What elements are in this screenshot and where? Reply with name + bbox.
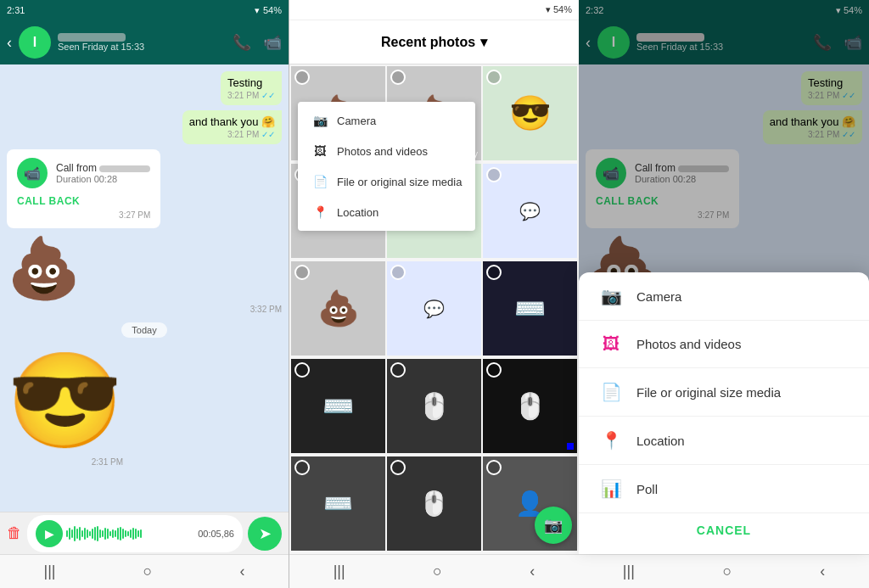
- right-panel: 2:32 ▾ 54% ‹ I Seen Friday at 15:33 📞 📹: [579, 0, 869, 588]
- attach-popup-sheet: 📷 Camera 🖼 Photos and videos 📄 File or o…: [579, 272, 869, 554]
- photo-cell-7[interactable]: 💬: [387, 261, 481, 356]
- menu-label-file: File or original size media: [337, 176, 462, 188]
- play-voice-button[interactable]: ▶: [36, 520, 63, 547]
- call-duration: Duration 00:28: [56, 174, 150, 184]
- status-bar-left: 2:31 ▾ 54%: [0, 0, 289, 20]
- photos-header: Recent photos ▾: [289, 20, 579, 64]
- popup-location-icon: 📍: [599, 430, 623, 451]
- wifi-icon: ▾: [255, 5, 260, 16]
- menu-label-location: Location: [337, 206, 378, 219]
- nav-recent-right[interactable]: ‹: [820, 563, 825, 580]
- popup-camera-label: Camera: [636, 289, 681, 304]
- photo-cell-13[interactable]: 🖱️: [387, 456, 481, 551]
- voice-duration: 00:05,86: [198, 529, 234, 539]
- menu-label-camera: Camera: [337, 115, 376, 127]
- msg-out-testing: Testing 3:21 PM ✓✓: [221, 71, 282, 105]
- popup-location-label: Location: [636, 434, 685, 448]
- nav-bar-middle: ||| ○ ‹: [289, 554, 579, 588]
- photo-cell-5[interactable]: 💬: [483, 164, 577, 258]
- status-bar-middle: ▾ 54%: [289, 0, 579, 20]
- left-panel: 2:31 ▾ 54% ‹ I Seen Friday at 15:33 📞 📹 …: [0, 0, 289, 588]
- back-button-left[interactable]: ‹: [7, 34, 12, 52]
- call-from-label: Call from: [56, 162, 150, 174]
- popup-camera-icon: 📷: [599, 286, 623, 306]
- camera-icon: 📷: [311, 114, 328, 127]
- nav-bar-right: ||| ○ ‹: [579, 554, 869, 588]
- nav-back-middle[interactable]: |||: [334, 563, 345, 580]
- file-icon: 📄: [311, 175, 328, 188]
- nav-home-right[interactable]: ○: [723, 563, 732, 580]
- time-left: 2:31: [7, 5, 25, 15]
- voice-input-bar: 🗑 ▶: [0, 512, 289, 554]
- popup-photos-label: Photos and videos: [636, 337, 741, 351]
- send-voice-button[interactable]: ➤: [248, 517, 282, 551]
- photos-title: Recent photos: [381, 35, 475, 50]
- nav-recent-left[interactable]: ‹: [239, 563, 244, 580]
- call-bubble-left: 📹 Call from Duration 00:28 CALL BACK 3:2…: [7, 149, 160, 228]
- popup-item-photos[interactable]: 🖼 Photos and videos: [579, 321, 869, 368]
- contact-name-left: [58, 33, 126, 42]
- nav-back-left[interactable]: |||: [44, 563, 56, 580]
- popup-photos-icon: 🖼: [599, 334, 623, 354]
- popup-item-camera[interactable]: 📷 Camera: [579, 272, 869, 321]
- popup-item-location[interactable]: 📍 Location: [579, 417, 869, 465]
- photo-cell-9[interactable]: ⌨️: [291, 359, 385, 453]
- photo-cell-8[interactable]: ⌨️: [483, 261, 577, 356]
- menu-item-camera[interactable]: 📷 Camera: [298, 105, 475, 136]
- photo-cell-12[interactable]: ⌨️: [291, 456, 385, 551]
- msg-out-thankyou: and thank you 🤗 3:21 PM ✓✓: [182, 110, 282, 144]
- nav-back-right[interactable]: |||: [623, 563, 635, 580]
- nav-home-left[interactable]: ○: [143, 563, 153, 580]
- video-icon-left[interactable]: 📹: [263, 33, 282, 52]
- photo-cell-6[interactable]: 💩: [291, 261, 385, 356]
- delete-voice-button[interactable]: 🗑: [7, 524, 22, 542]
- middle-panel: ▾ 54% Recent photos ▾ 💩 💩 Today 😎 💩 😎: [289, 0, 579, 588]
- menu-item-photos[interactable]: 🖼 Photos and videos: [298, 136, 475, 166]
- photos-icon: 🖼: [311, 144, 328, 158]
- sticker-poop-left: 💩 3:32 PM: [7, 233, 282, 314]
- chat-body-left: Testing 3:21 PM ✓✓ and thank you 🤗 3:21 …: [0, 64, 289, 512]
- call-back-button[interactable]: CALL BACK: [17, 193, 150, 209]
- popup-poll-label: Poll: [636, 482, 658, 496]
- header-icons-left: 📞 📹: [233, 33, 282, 52]
- popup-cancel-button[interactable]: CANCEL: [579, 513, 869, 547]
- day-divider-left: Today: [121, 322, 166, 338]
- call-icon-left[interactable]: 📞: [233, 33, 251, 52]
- msg-text: and thank you 🤗: [189, 115, 275, 128]
- voice-waveform: ▶: [27, 515, 243, 552]
- nav-bar-left: ||| ○ ‹: [0, 554, 289, 588]
- popup-item-file[interactable]: 📄 File or original size media: [579, 368, 869, 417]
- msg-text: Testing: [227, 76, 262, 89]
- seen-text-left: Seen Friday at 15:33: [58, 42, 226, 52]
- waveform-display: [66, 525, 194, 542]
- nav-recent-middle[interactable]: ‹: [530, 563, 535, 580]
- photo-cell-10[interactable]: 🖱️: [387, 359, 481, 453]
- menu-item-location[interactable]: 📍 Location: [298, 197, 475, 227]
- popup-poll-icon: 📊: [599, 479, 623, 499]
- sticker-cool-left: 😎 2:31 PM: [7, 346, 123, 467]
- battery-left: 54%: [263, 5, 282, 15]
- chat-header-left: ‹ I Seen Friday at 15:33 📞 📹: [0, 20, 289, 64]
- nav-home-middle[interactable]: ○: [433, 563, 442, 580]
- photo-cell-11[interactable]: 🖱️: [483, 359, 577, 453]
- avatar-left: I: [19, 26, 51, 59]
- floating-camera-button[interactable]: 📷: [535, 507, 572, 544]
- call-video-icon: 📹: [17, 158, 48, 188]
- camera-float-icon: 📷: [544, 516, 563, 535]
- menu-label-photos: Photos and videos: [337, 145, 428, 158]
- location-icon-middle: 📍: [311, 205, 328, 219]
- photo-cell-2[interactable]: 😎: [483, 66, 577, 160]
- popup-item-poll[interactable]: 📊 Poll: [579, 465, 869, 513]
- menu-item-file[interactable]: 📄 File or original size media: [298, 166, 475, 197]
- header-info-left: Seen Friday at 15:33: [58, 33, 226, 52]
- popup-file-icon: 📄: [599, 382, 623, 402]
- popup-file-label: File or original size media: [636, 385, 781, 400]
- dropdown-icon[interactable]: ▾: [480, 34, 487, 50]
- attach-menu-middle: 📷 Camera 🖼 Photos and videos 📄 File or o…: [298, 102, 475, 231]
